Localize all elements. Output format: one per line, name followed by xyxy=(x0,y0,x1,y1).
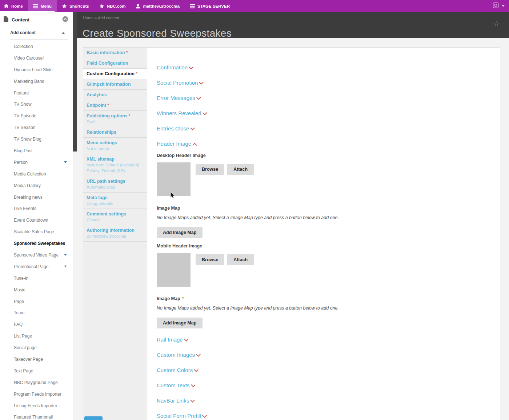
sidebar-item-sponsored-video-page[interactable]: Sponsored Video Page xyxy=(0,249,73,261)
vertical-tab-glimpzit-information[interactable]: Glimpzit information xyxy=(83,79,147,90)
sidebar-item-breaking-news[interactable]: Breaking news xyxy=(0,191,73,203)
toolbar-item-nbc[interactable]: NBC.com xyxy=(94,0,131,12)
sidebar-item-faq[interactable]: FAQ xyxy=(0,319,73,330)
browse-button[interactable]: Browse xyxy=(196,164,224,175)
sidebar-item-social-page[interactable]: Social page xyxy=(0,342,73,354)
sidebar-item-list-page[interactable]: List Page xyxy=(0,330,73,342)
section-social-promotion[interactable]: Social Promotion xyxy=(157,80,489,95)
content-type-list: Collection Video Carousel Dynamic Lead S… xyxy=(0,41,73,420)
editor-icon[interactable] xyxy=(493,2,499,10)
tab-summary: Draft xyxy=(87,119,144,125)
chevron-down-icon xyxy=(190,398,195,403)
sidebar-item-tv-episode[interactable]: TV Episode xyxy=(0,110,73,122)
add-image-map-button[interactable]: Add Image Map xyxy=(157,318,203,328)
toolbar-item-user[interactable]: matthew.strocchia xyxy=(131,0,185,12)
tab-summary: Automatic alias xyxy=(87,185,144,190)
sidebar-item-live-events[interactable]: Live Events xyxy=(0,203,73,214)
add-image-map-button[interactable]: Add Image Map xyxy=(157,227,203,238)
vertical-tab-meta-tags[interactable]: Meta tags Using defaults xyxy=(83,193,147,209)
section-confirmation[interactable]: Confirmation xyxy=(157,64,489,80)
sidebar-item-nbc-playground-page[interactable]: NBC Playground Page xyxy=(0,377,73,388)
vertical-tab-publishing-options[interactable]: Publishing options* Draft xyxy=(83,111,147,127)
sidebar-item-feature[interactable]: Feature xyxy=(0,87,73,99)
chevron-down-icon xyxy=(196,95,201,100)
sidebar-item-promotional-page[interactable]: Promotional Page xyxy=(0,261,73,272)
vertical-tab-field-configuration[interactable]: Field Configuration xyxy=(83,58,147,69)
vertical-tab-relationships[interactable]: Relationships xyxy=(83,127,147,138)
section-entries-close[interactable]: Entries Close xyxy=(157,125,489,141)
sidebar-item-tv-season[interactable]: TV Season xyxy=(0,122,73,133)
sidebar-item-team[interactable]: Team xyxy=(0,307,73,319)
sidebar-item-blog-post[interactable]: Blog Post xyxy=(0,145,73,157)
page-scrollbar-thumb[interactable] xyxy=(73,12,77,152)
mobile-header-image-label: Mobile Header Image xyxy=(157,243,489,249)
vertical-tab-menu-settings[interactable]: Menu settings Not in menu xyxy=(83,138,147,154)
favorite-star-icon[interactable]: ☆ xyxy=(493,20,500,27)
sidebar-item-tv-show-blog[interactable]: TV Show Blog xyxy=(0,133,73,145)
section-navbar-links[interactable]: NavBar Links xyxy=(157,397,489,413)
sidebar-item-video-carousel[interactable]: Video Carousel xyxy=(0,52,73,64)
toolbar-item-home[interactable]: Home xyxy=(0,0,28,12)
sidebar-item-program-feeds-importer[interactable]: Program Feeds Importer xyxy=(0,388,73,400)
sidebar-item-dynamic-lead-slide[interactable]: Dynamic Lead Slide xyxy=(0,64,73,76)
chevron-down-icon xyxy=(64,254,67,256)
sidebar-item-marketing-band[interactable]: Marketing Band xyxy=(0,76,73,87)
section-rail-image[interactable]: Rail Image xyxy=(157,336,489,352)
sidebar-item-scalable-sales-page[interactable]: Scalable Sales Page xyxy=(0,226,73,238)
desktop-header-image-widget: Browse Attach xyxy=(157,162,489,196)
vertical-tab-authoring-information[interactable]: Authoring information By matthew.strocch… xyxy=(83,225,147,242)
section-social-form-prefill[interactable]: Social Form Prefill xyxy=(157,413,489,420)
sidebar-item-page[interactable]: Page xyxy=(0,296,73,307)
sidebar-item-collection[interactable]: Collection xyxy=(0,41,73,52)
menu-icon xyxy=(33,4,38,8)
sidebar-item-media-collection[interactable]: Media Collection xyxy=(0,168,73,180)
attach-button[interactable]: Attach xyxy=(227,164,254,175)
form-main-pane: Confirmation Social Promotion Error Mess… xyxy=(147,48,500,420)
browse-button[interactable]: Browse xyxy=(196,254,224,265)
sidebar-item-tune-in[interactable]: Tune-in xyxy=(0,272,73,284)
sidebar-item-music[interactable]: Music xyxy=(0,284,73,296)
toolbar-item-stage-server[interactable]: STAGE SERVER xyxy=(185,0,235,12)
sidebar-item-featured-thumbnail[interactable]: Featured Thumbnail xyxy=(0,412,73,420)
sidebar-item-person[interactable]: Person xyxy=(0,157,73,168)
vertical-tabs: Basic information* Field Configuration C… xyxy=(83,48,147,420)
vertical-tab-basic-information[interactable]: Basic information* xyxy=(83,48,147,58)
section-custom-texts[interactable]: Custom Texts xyxy=(157,382,489,397)
vertical-tab-analytics[interactable]: Analytics xyxy=(83,90,147,100)
breadcrumb[interactable]: Home » Add content xyxy=(83,16,119,20)
sidebar-item-listing-feeds-importer[interactable]: Listing Feeds Importer xyxy=(0,400,73,412)
save-button-partial[interactable] xyxy=(84,416,103,420)
sidebar-item-event-countdown[interactable]: Event Countdown xyxy=(0,214,73,226)
sidebar-header: Content xyxy=(0,12,73,24)
sidebar-section-add-content[interactable]: Add content xyxy=(0,24,73,39)
attach-button[interactable]: Attach xyxy=(227,254,254,265)
vertical-tab-endpoint[interactable]: Endpoint* xyxy=(83,100,147,111)
required-marker: * xyxy=(182,296,184,301)
collapsed-sections-bottom: Rail Image Custom Images Custom Colors C… xyxy=(157,336,489,420)
toolbar-item-menu[interactable]: Menu xyxy=(28,0,57,12)
sidebar-item-text-page[interactable]: Text Page xyxy=(0,365,73,377)
sidebar-item-tv-show[interactable]: TV Show xyxy=(0,98,73,110)
required-marker: * xyxy=(136,71,137,76)
vertical-tab-custom-configuration[interactable]: Custom Configuration* xyxy=(83,69,147,79)
menu-tray-indicator xyxy=(0,11,55,12)
section-custom-colors[interactable]: Custom Colors xyxy=(157,367,489,382)
sidebar-item-sponsored-sweepstakes[interactable]: Sponsored Sweepstakes xyxy=(0,238,73,249)
sidebar-item-media-gallery[interactable]: Media Gallery xyxy=(0,180,73,191)
section-error-messages[interactable]: Error Messages xyxy=(157,95,489,110)
section-custom-images[interactable]: Custom Images xyxy=(157,352,489,367)
chevron-down-icon xyxy=(64,161,67,163)
chevron-up-icon xyxy=(62,32,65,34)
section-winners-revealed[interactable]: Winners Revealed xyxy=(157,110,489,125)
vertical-tab-xml-sitemap[interactable]: XML sitemap Inclusion: Default (excluded… xyxy=(83,154,147,176)
collapse-circle-icon[interactable] xyxy=(62,16,68,24)
tab-summary: Priority: Default (0.5) xyxy=(87,168,144,174)
toolbar-item-shortcuts[interactable]: Shortcuts xyxy=(57,0,94,12)
vertical-tab-url-path-settings[interactable]: URL path settings Automatic alias xyxy=(83,176,147,193)
desktop-header-image-label: Desktop Header Image xyxy=(157,153,489,158)
server-icon xyxy=(190,4,195,8)
sidebar-item-takeover-page[interactable]: Takeover Page xyxy=(0,354,73,365)
section-header-image[interactable]: Header Image xyxy=(157,141,489,153)
vertical-tab-comment-settings[interactable]: Comment settings Closed xyxy=(83,209,147,225)
chevron-down-icon[interactable] xyxy=(502,5,505,7)
